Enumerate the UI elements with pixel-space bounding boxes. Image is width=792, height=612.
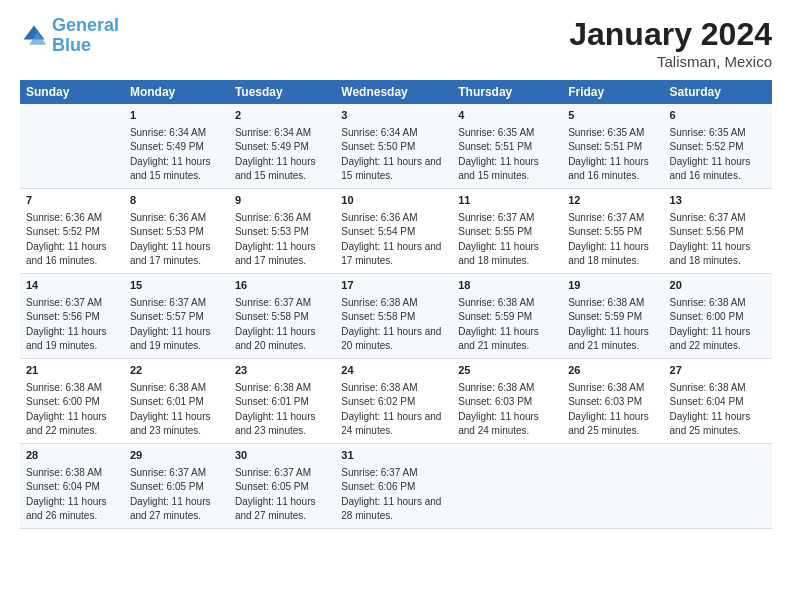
calendar-cell: 6Sunrise: 6:35 AMSunset: 5:52 PMDaylight… — [664, 104, 772, 188]
cell-content: Sunrise: 6:38 AMSunset: 6:03 PMDaylight:… — [568, 381, 657, 439]
header-cell-wednesday: Wednesday — [335, 80, 452, 104]
cell-content: Sunrise: 6:38 AMSunset: 5:58 PMDaylight:… — [341, 296, 446, 354]
header-cell-saturday: Saturday — [664, 80, 772, 104]
cell-content: Sunrise: 6:36 AMSunset: 5:54 PMDaylight:… — [341, 211, 446, 269]
calendar-row: 1Sunrise: 6:34 AMSunset: 5:49 PMDaylight… — [20, 104, 772, 188]
cell-content: Sunrise: 6:38 AMSunset: 5:59 PMDaylight:… — [458, 296, 556, 354]
cell-content: Sunrise: 6:38 AMSunset: 6:03 PMDaylight:… — [458, 381, 556, 439]
calendar-cell: 11Sunrise: 6:37 AMSunset: 5:55 PMDayligh… — [452, 188, 562, 273]
logo-text: General Blue — [52, 16, 119, 56]
cell-content: Sunrise: 6:35 AMSunset: 5:52 PMDaylight:… — [670, 126, 766, 184]
cell-content: Sunrise: 6:37 AMSunset: 5:55 PMDaylight:… — [458, 211, 556, 269]
calendar-row: 14Sunrise: 6:37 AMSunset: 5:56 PMDayligh… — [20, 273, 772, 358]
day-number: 5 — [568, 108, 657, 124]
logo-line1: General — [52, 15, 119, 35]
day-number: 31 — [341, 448, 446, 464]
cell-content: Sunrise: 6:38 AMSunset: 6:01 PMDaylight:… — [130, 381, 223, 439]
cell-content: Sunrise: 6:37 AMSunset: 5:58 PMDaylight:… — [235, 296, 329, 354]
cell-content: Sunrise: 6:38 AMSunset: 6:04 PMDaylight:… — [670, 381, 766, 439]
day-number: 24 — [341, 363, 446, 379]
day-number: 15 — [130, 278, 223, 294]
cell-content: Sunrise: 6:35 AMSunset: 5:51 PMDaylight:… — [458, 126, 556, 184]
cell-content: Sunrise: 6:37 AMSunset: 6:06 PMDaylight:… — [341, 466, 446, 524]
cell-content: Sunrise: 6:37 AMSunset: 5:57 PMDaylight:… — [130, 296, 223, 354]
calendar-cell — [664, 443, 772, 528]
calendar-cell: 2Sunrise: 6:34 AMSunset: 5:49 PMDaylight… — [229, 104, 335, 188]
calendar-cell: 17Sunrise: 6:38 AMSunset: 5:58 PMDayligh… — [335, 273, 452, 358]
day-number: 21 — [26, 363, 118, 379]
calendar-row: 28Sunrise: 6:38 AMSunset: 6:04 PMDayligh… — [20, 443, 772, 528]
calendar-cell: 29Sunrise: 6:37 AMSunset: 6:05 PMDayligh… — [124, 443, 229, 528]
calendar-cell: 21Sunrise: 6:38 AMSunset: 6:00 PMDayligh… — [20, 358, 124, 443]
calendar-row: 21Sunrise: 6:38 AMSunset: 6:00 PMDayligh… — [20, 358, 772, 443]
day-number: 7 — [26, 193, 118, 209]
day-number: 28 — [26, 448, 118, 464]
header-cell-thursday: Thursday — [452, 80, 562, 104]
day-number: 20 — [670, 278, 766, 294]
calendar-cell: 13Sunrise: 6:37 AMSunset: 5:56 PMDayligh… — [664, 188, 772, 273]
cell-content: Sunrise: 6:37 AMSunset: 5:56 PMDaylight:… — [670, 211, 766, 269]
calendar-cell: 25Sunrise: 6:38 AMSunset: 6:03 PMDayligh… — [452, 358, 562, 443]
day-number: 23 — [235, 363, 329, 379]
day-number: 11 — [458, 193, 556, 209]
cell-content: Sunrise: 6:38 AMSunset: 6:02 PMDaylight:… — [341, 381, 446, 439]
calendar-cell: 26Sunrise: 6:38 AMSunset: 6:03 PMDayligh… — [562, 358, 663, 443]
cell-content: Sunrise: 6:38 AMSunset: 6:01 PMDaylight:… — [235, 381, 329, 439]
calendar-cell: 31Sunrise: 6:37 AMSunset: 6:06 PMDayligh… — [335, 443, 452, 528]
cell-content: Sunrise: 6:38 AMSunset: 6:04 PMDaylight:… — [26, 466, 118, 524]
calendar-cell: 23Sunrise: 6:38 AMSunset: 6:01 PMDayligh… — [229, 358, 335, 443]
calendar-cell: 30Sunrise: 6:37 AMSunset: 6:05 PMDayligh… — [229, 443, 335, 528]
day-number: 6 — [670, 108, 766, 124]
calendar-cell: 4Sunrise: 6:35 AMSunset: 5:51 PMDaylight… — [452, 104, 562, 188]
calendar-cell: 20Sunrise: 6:38 AMSunset: 6:00 PMDayligh… — [664, 273, 772, 358]
header: General Blue January 2024 Talisman, Mexi… — [20, 16, 772, 70]
page: General Blue January 2024 Talisman, Mexi… — [0, 0, 792, 539]
day-number: 1 — [130, 108, 223, 124]
day-number: 13 — [670, 193, 766, 209]
calendar-cell: 3Sunrise: 6:34 AMSunset: 5:50 PMDaylight… — [335, 104, 452, 188]
calendar-cell: 5Sunrise: 6:35 AMSunset: 5:51 PMDaylight… — [562, 104, 663, 188]
day-number: 12 — [568, 193, 657, 209]
day-number: 4 — [458, 108, 556, 124]
day-number: 26 — [568, 363, 657, 379]
header-cell-monday: Monday — [124, 80, 229, 104]
calendar-row: 7Sunrise: 6:36 AMSunset: 5:52 PMDaylight… — [20, 188, 772, 273]
cell-content: Sunrise: 6:38 AMSunset: 6:00 PMDaylight:… — [26, 381, 118, 439]
title-block: January 2024 Talisman, Mexico — [569, 16, 772, 70]
day-number: 16 — [235, 278, 329, 294]
cell-content: Sunrise: 6:36 AMSunset: 5:53 PMDaylight:… — [235, 211, 329, 269]
logo: General Blue — [20, 16, 119, 56]
day-number: 2 — [235, 108, 329, 124]
calendar-cell: 28Sunrise: 6:38 AMSunset: 6:04 PMDayligh… — [20, 443, 124, 528]
calendar-cell: 8Sunrise: 6:36 AMSunset: 5:53 PMDaylight… — [124, 188, 229, 273]
day-number: 3 — [341, 108, 446, 124]
day-number: 17 — [341, 278, 446, 294]
cell-content: Sunrise: 6:36 AMSunset: 5:52 PMDaylight:… — [26, 211, 118, 269]
header-cell-tuesday: Tuesday — [229, 80, 335, 104]
calendar-cell: 22Sunrise: 6:38 AMSunset: 6:01 PMDayligh… — [124, 358, 229, 443]
day-number: 22 — [130, 363, 223, 379]
cell-content: Sunrise: 6:37 AMSunset: 6:05 PMDaylight:… — [235, 466, 329, 524]
day-number: 30 — [235, 448, 329, 464]
header-cell-friday: Friday — [562, 80, 663, 104]
calendar-cell: 10Sunrise: 6:36 AMSunset: 5:54 PMDayligh… — [335, 188, 452, 273]
day-number: 27 — [670, 363, 766, 379]
cell-content: Sunrise: 6:34 AMSunset: 5:49 PMDaylight:… — [235, 126, 329, 184]
calendar-cell: 1Sunrise: 6:34 AMSunset: 5:49 PMDaylight… — [124, 104, 229, 188]
calendar-cell: 15Sunrise: 6:37 AMSunset: 5:57 PMDayligh… — [124, 273, 229, 358]
day-number: 10 — [341, 193, 446, 209]
day-number: 29 — [130, 448, 223, 464]
sub-title: Talisman, Mexico — [569, 53, 772, 70]
calendar-cell: 9Sunrise: 6:36 AMSunset: 5:53 PMDaylight… — [229, 188, 335, 273]
cell-content: Sunrise: 6:37 AMSunset: 5:55 PMDaylight:… — [568, 211, 657, 269]
calendar-cell: 18Sunrise: 6:38 AMSunset: 5:59 PMDayligh… — [452, 273, 562, 358]
calendar-cell — [452, 443, 562, 528]
cell-content: Sunrise: 6:34 AMSunset: 5:49 PMDaylight:… — [130, 126, 223, 184]
header-cell-sunday: Sunday — [20, 80, 124, 104]
header-row: SundayMondayTuesdayWednesdayThursdayFrid… — [20, 80, 772, 104]
calendar-table: SundayMondayTuesdayWednesdayThursdayFrid… — [20, 80, 772, 529]
cell-content: Sunrise: 6:38 AMSunset: 6:00 PMDaylight:… — [670, 296, 766, 354]
logo-line2: Blue — [52, 35, 91, 55]
calendar-cell: 16Sunrise: 6:37 AMSunset: 5:58 PMDayligh… — [229, 273, 335, 358]
calendar-cell: 7Sunrise: 6:36 AMSunset: 5:52 PMDaylight… — [20, 188, 124, 273]
